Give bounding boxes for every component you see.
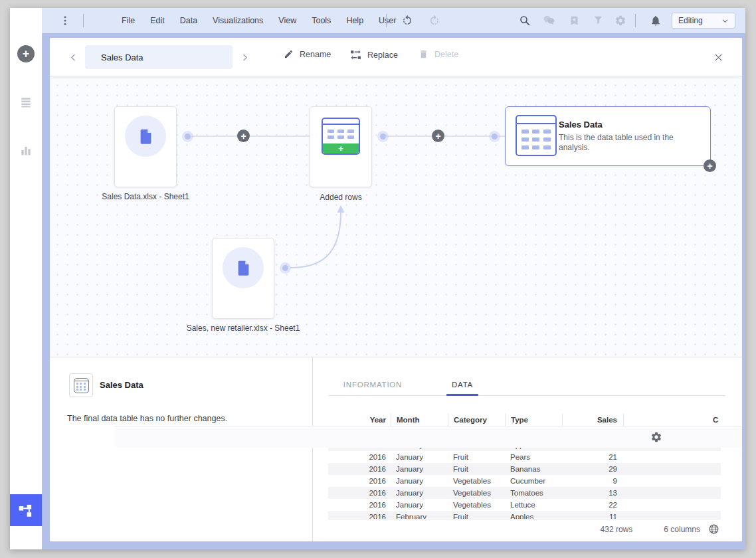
source-node-sales-data[interactable] [114,106,177,187]
menu-item-view[interactable]: View [278,16,296,25]
close-canvas-button[interactable] [711,50,725,64]
replace-button[interactable]: Replace [350,49,398,60]
cell: February [391,511,448,519]
column-header[interactable]: Month [391,414,448,426]
mode-label: Editing [678,16,703,25]
add-transformation-button[interactable]: + [432,130,444,142]
cell: January [391,463,448,475]
funnel-icon [593,15,604,27]
tab-data[interactable]: DATA [446,373,478,395]
cell [623,487,721,499]
table-row: 2016FebruaryFruitApples11 [328,511,721,519]
cell: Vegetables [448,487,505,499]
column-header[interactable]: Sales [562,414,623,426]
menu-item-file[interactable]: File [122,16,135,25]
rename-button[interactable]: Rename [284,49,331,59]
next-table-button[interactable] [238,50,251,64]
app-window: + FileEditDataVisualizationsViewToolsHel… [10,8,745,549]
connector-line [190,136,310,137]
cell: Vegetables [448,475,505,487]
redo-icon [428,15,440,27]
notifications-button[interactable] [650,15,662,27]
cell: 2016 [328,475,391,487]
connector-line [385,136,505,137]
cell: Pears [505,451,562,463]
file-circle [223,247,264,288]
menu-item-tools[interactable]: Tools [312,16,331,25]
final-node-title: Sales Data [559,120,603,130]
data-canvas-panel: Sales Data Rename Replace Delete [50,38,742,541]
final-table-icon [516,115,557,156]
table-status-bar: 432 rows 6 columns [328,519,721,539]
add-visualization-button[interactable]: + [10,38,42,70]
final-table-node[interactable]: Sales Data This is the data table used i… [505,106,711,166]
kebab-icon [59,15,71,27]
tab-information[interactable]: INFORMATION [345,373,401,395]
chevron-right-icon [240,53,249,62]
search-button[interactable] [519,15,531,27]
details-summary: The final data table has no further chan… [67,414,300,423]
menu-separator [83,14,84,27]
cell [623,499,721,511]
menu-separator [386,14,387,27]
comments-button[interactable] [543,15,555,27]
delete-button-disabled[interactable]: Delete [419,49,458,59]
added-rows-node[interactable]: + [310,106,372,187]
cell: Cucumber [505,475,562,487]
globe-icon [708,523,719,535]
undo-button[interactable] [401,15,413,27]
table-row: 2016JanuaryFruitPears21 [328,451,721,463]
table-selector[interactable]: Sales Data [85,45,233,69]
menu-item-help[interactable]: Help [346,16,363,25]
cell: Lettuce [505,499,562,511]
add-transformation-button[interactable]: + [237,130,250,142]
details-title: Sales Data [100,380,143,390]
connector-dot [280,262,291,274]
chevron-down-icon [721,17,729,25]
table-row: 2016JanuaryVegetablesTomatoes13 [328,487,721,499]
table-header-row: YearMonthCategoryTypeSalesC [328,414,721,426]
table-row: 2016JanuaryVegetablesLettuce22 [328,499,721,511]
settings-button[interactable] [614,15,626,27]
cell: January [391,451,448,463]
column-header[interactable]: Category [448,414,505,426]
menu-item-user[interactable]: User [379,16,396,25]
bookmarks-button[interactable] [569,15,580,27]
table-selector-label: Sales Data [101,52,143,62]
redo-button[interactable] [428,15,440,27]
column-count: 6 columns [664,525,700,534]
bookmark-icon [569,15,580,27]
source-node-2-label: Sales, new retailer.xlsx - Sheet1 [163,324,323,333]
menu-item-data[interactable]: Data [180,16,197,25]
tabs-divider [328,395,725,396]
cell: Fruit [448,511,505,519]
column-header[interactable]: Type [505,414,562,426]
gear-icon [614,15,626,27]
column-header[interactable]: Year [328,414,391,426]
added-rows-plus-badge: + [323,143,359,153]
source-node-new-retailer[interactable] [212,238,274,319]
menu-item-edit[interactable]: Edit [150,16,165,25]
final-node-description: This is the data table used in the analy… [559,133,695,152]
filters-button[interactable] [593,15,604,27]
node-graph-canvas[interactable]: Sales Data.xlsx - Sheet1 + + Added rows … [50,76,742,357]
cell: 2016 [328,451,391,463]
search-icon [519,15,531,27]
activity-sidebar: + [10,8,42,549]
cell [623,463,721,475]
menu-item-visualizations[interactable]: Visualizations [213,16,263,25]
add-transformation-button[interactable]: + [704,159,716,172]
cell: 22 [562,499,623,511]
mode-dropdown[interactable]: Editing [672,13,735,29]
column-header[interactable]: C [623,414,721,426]
plus-icon: + [17,45,35,62]
cell: January [391,475,448,487]
data-canvas-button[interactable] [10,494,42,526]
visualizations-panel-button[interactable] [10,134,42,166]
cell: 2016 [328,499,391,511]
overflow-menu-button[interactable] [59,15,71,27]
previous-table-button[interactable] [66,50,80,64]
pages-panel-button[interactable] [10,86,42,118]
cell: 11 [562,511,623,519]
locale-button[interactable] [708,523,719,535]
